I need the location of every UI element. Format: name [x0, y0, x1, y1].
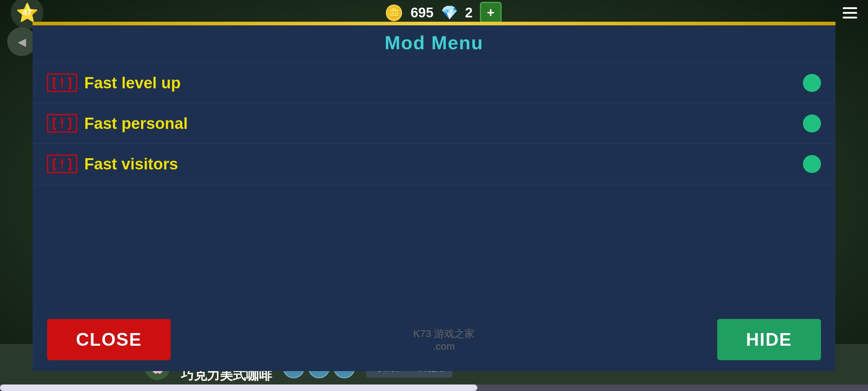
hide-button[interactable]: HIDE: [717, 319, 821, 360]
toggle-fast-visitors[interactable]: [803, 155, 821, 173]
close-button[interactable]: CLOSE: [47, 319, 171, 360]
mod-item-left-1: [!] Fast personal: [47, 114, 188, 133]
progress-bar-fill: [0, 384, 477, 391]
coin-count: 695: [410, 5, 433, 21]
gem-count: 2: [465, 5, 473, 21]
menu-line-1: [843, 7, 857, 9]
mod-item-fast-visitors[interactable]: [!] Fast visitors: [33, 144, 835, 184]
mod-menu-modal: Mod Menu [!] Fast level up [!] Fast pers…: [33, 22, 835, 371]
coin-icon: 🪙: [384, 4, 403, 22]
level-number: 47: [23, 8, 31, 17]
plus-icon: +: [487, 5, 494, 20]
toggle-fast-level-up[interactable]: [803, 74, 821, 92]
mod-menu-items: [!] Fast level up [!] Fast personal [!] …: [33, 63, 835, 308]
mod-item-fast-personal[interactable]: [!] Fast personal: [33, 103, 835, 144]
modal-gold-bar: [33, 22, 835, 25]
hamburger-menu-button[interactable]: [843, 7, 857, 18]
mod-indicator-0: [!]: [47, 73, 77, 92]
hud-right[interactable]: [843, 7, 857, 18]
watermark: K73 游戏之家.com: [413, 327, 475, 352]
mod-label-fast-visitors: Fast visitors: [84, 155, 178, 173]
mod-indicator-2: [!]: [47, 155, 77, 173]
back-button[interactable]: ◀: [7, 27, 36, 56]
add-gems-button[interactable]: +: [480, 2, 502, 24]
mod-indicator-1: [!]: [47, 114, 77, 133]
progress-bar-area: [0, 384, 868, 391]
mod-label-fast-level-up: Fast level up: [84, 74, 181, 92]
mod-item-left-2: [!] Fast visitors: [47, 155, 178, 173]
menu-line-2: [843, 12, 857, 14]
toggle-fast-personal[interactable]: [803, 114, 821, 133]
menu-line-3: [843, 17, 857, 18]
mod-menu-buttons: CLOSE K73 游戏之家.com HIDE: [33, 308, 835, 371]
mod-item-left-0: [!] Fast level up: [47, 73, 181, 92]
mod-menu-title: Mod Menu: [384, 32, 483, 53]
gem-icon: 💎: [441, 5, 458, 21]
back-icon: ◀: [18, 35, 26, 48]
hud-center: 🪙 695 💎 2 +: [384, 2, 502, 24]
mod-label-fast-personal: Fast personal: [84, 114, 188, 133]
mod-menu-header: Mod Menu: [33, 22, 835, 63]
mod-item-fast-level-up[interactable]: [!] Fast level up: [33, 63, 835, 103]
